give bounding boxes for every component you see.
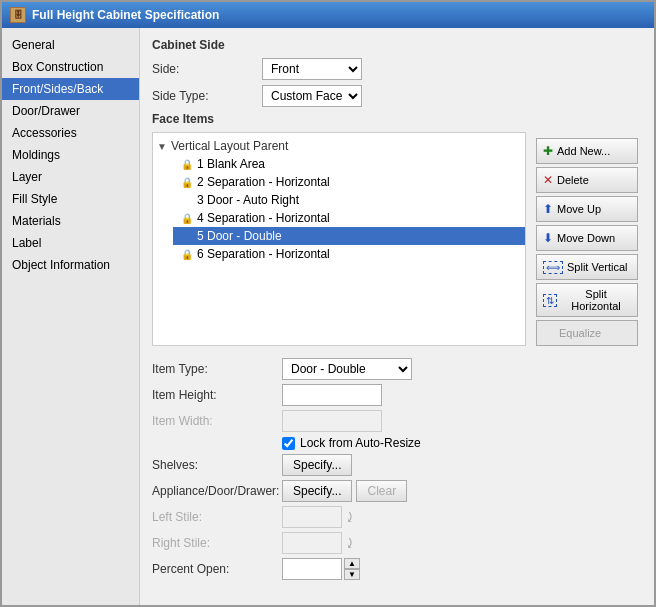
tree-item-3[interactable]: 🔒 3 Door - Auto Right xyxy=(173,191,525,209)
lock-auto-resize-label: Lock from Auto-Resize xyxy=(300,436,421,450)
appliance-row: Appliance/Door/Drawer: Specify... Clear xyxy=(152,480,642,502)
move-up-icon: ⬆ xyxy=(543,202,553,216)
side-row: Side: Front Back Left Right xyxy=(152,58,642,80)
split-vertical-label: Split Vertical xyxy=(567,261,628,273)
shelves-row: Shelves: Specify... xyxy=(152,454,642,476)
item-type-row: Item Type: Door - Double Door - Single D… xyxy=(152,358,642,380)
sidebar-item-fill-style[interactable]: Fill Style xyxy=(2,188,139,210)
sidebar-item-accessories[interactable]: Accessories xyxy=(2,122,139,144)
add-new-button[interactable]: ✚ Add New... xyxy=(536,138,638,164)
side-type-field-label: Side Type: xyxy=(152,89,262,103)
side-type-row: Side Type: Custom Face Standard None xyxy=(152,85,642,107)
sidebar-item-door-drawer[interactable]: Door/Drawer xyxy=(2,100,139,122)
tree-item-1-label: 1 Blank Area xyxy=(197,157,265,171)
move-down-button[interactable]: ⬇ Move Down xyxy=(536,225,638,251)
percent-open-row: Percent Open: 100% ▲ ▼ xyxy=(152,558,642,580)
left-stile-row: Left Stile: 3/4" ⤸ xyxy=(152,506,642,528)
window-icon: 🗄 xyxy=(10,7,26,23)
lock-icon-5: 🔒 xyxy=(181,231,193,242)
item-width-row: Item Width: 41" xyxy=(152,410,642,432)
expand-icon: ▼ xyxy=(157,141,167,152)
side-select[interactable]: Front Back Left Right xyxy=(262,58,362,80)
split-horizontal-icon: ⇅ xyxy=(543,294,557,307)
move-up-label: Move Up xyxy=(557,203,601,215)
right-stile-icon: ⤸ xyxy=(344,535,356,551)
move-up-button[interactable]: ⬆ Move Up xyxy=(536,196,638,222)
item-height-field-label: Item Height: xyxy=(152,388,282,402)
right-stile-field-label: Right Stile: xyxy=(152,536,282,550)
right-stile-row: Right Stile: 3/4" ⤸ xyxy=(152,532,642,554)
right-stile-input: 3/4" xyxy=(282,532,342,554)
tree-list: ▼ Vertical Layout Parent 🔒 1 Blank Area … xyxy=(153,133,525,267)
shelves-field-label: Shelves: xyxy=(152,458,282,472)
item-height-row: Item Height: 53 3/4" xyxy=(152,384,642,406)
lock-icon-4: 🔒 xyxy=(181,213,193,224)
tree-item-6[interactable]: 🔒 6 Separation - Horizontal xyxy=(173,245,525,263)
spin-up-button[interactable]: ▲ xyxy=(344,558,360,569)
side-type-select[interactable]: Custom Face Standard None xyxy=(262,85,362,107)
split-vertical-icon: ⟺ xyxy=(543,261,563,274)
shelves-specify-button[interactable]: Specify... xyxy=(282,454,352,476)
delete-icon: ✕ xyxy=(543,173,553,187)
spinner-controls: ▲ ▼ xyxy=(344,558,360,580)
tree-item-2[interactable]: 🔒 2 Separation - Horizontal xyxy=(173,173,525,191)
item-height-input[interactable]: 53 3/4" xyxy=(282,384,382,406)
percent-open-input[interactable]: 100% xyxy=(282,558,342,580)
item-details: Item Type: Door - Double Door - Single D… xyxy=(152,358,642,580)
sidebar-item-materials[interactable]: Materials xyxy=(2,210,139,232)
sidebar-item-front-sides-back[interactable]: Front/Sides/Back xyxy=(2,78,139,100)
tree-item-5[interactable]: 🔒 5 Door - Double xyxy=(173,227,525,245)
tree-item-4-label: 4 Separation - Horizontal xyxy=(197,211,330,225)
add-icon: ✚ xyxy=(543,144,553,158)
move-down-icon: ⬇ xyxy=(543,231,553,245)
tree-item-1[interactable]: 🔒 1 Blank Area xyxy=(173,155,525,173)
lock-icon-2: 🔒 xyxy=(181,177,193,188)
appliance-field-label: Appliance/Door/Drawer: xyxy=(152,484,282,498)
spin-down-button[interactable]: ▼ xyxy=(344,569,360,580)
equalize-button[interactable]: Equalize xyxy=(536,320,638,346)
sidebar-item-general[interactable]: General xyxy=(2,34,139,56)
add-new-label: Add New... xyxy=(557,145,610,157)
sidebar-item-layer[interactable]: Layer xyxy=(2,166,139,188)
sidebar-item-moldings[interactable]: Moldings xyxy=(2,144,139,166)
item-width-input: 41" xyxy=(282,410,382,432)
lock-icon-6: 🔒 xyxy=(181,249,193,260)
tree-item-4[interactable]: 🔒 4 Separation - Horizontal xyxy=(173,209,525,227)
appliance-clear-button[interactable]: Clear xyxy=(356,480,407,502)
move-down-label: Move Down xyxy=(557,232,615,244)
sidebar-item-label[interactable]: Label xyxy=(2,232,139,254)
split-vertical-button[interactable]: ⟺ Split Vertical xyxy=(536,254,638,280)
sidebar-item-object-information[interactable]: Object Information xyxy=(2,254,139,276)
sidebar-item-box-construction[interactable]: Box Construction xyxy=(2,56,139,78)
face-items-container: ▼ Vertical Layout Parent 🔒 1 Blank Area … xyxy=(152,132,642,352)
equalize-label: Equalize xyxy=(543,327,601,339)
main-window: 🗄 Full Height Cabinet Specification Gene… xyxy=(0,0,656,607)
delete-button[interactable]: ✕ Delete xyxy=(536,167,638,193)
item-width-field-label: Item Width: xyxy=(152,414,282,428)
split-horizontal-button[interactable]: ⇅ Split Horizontal xyxy=(536,283,638,317)
face-items-tree-box: ▼ Vertical Layout Parent 🔒 1 Blank Area … xyxy=(152,132,526,346)
window-title: Full Height Cabinet Specification xyxy=(32,8,219,22)
percent-open-field-label: Percent Open: xyxy=(152,562,282,576)
split-horizontal-label: Split Horizontal xyxy=(561,288,631,312)
tree-item-2-label: 2 Separation - Horizontal xyxy=(197,175,330,189)
main-content: GeneralBox ConstructionFront/Sides/BackD… xyxy=(2,28,654,605)
titlebar: 🗄 Full Height Cabinet Specification xyxy=(2,2,654,28)
cabinet-side-label: Cabinet Side xyxy=(152,38,642,52)
tree-root-item[interactable]: ▼ Vertical Layout Parent xyxy=(153,137,525,155)
percent-open-spinner: 100% ▲ ▼ xyxy=(282,558,360,580)
lock-auto-resize-checkbox[interactable] xyxy=(282,437,295,450)
left-stile-icon: ⤸ xyxy=(344,509,356,525)
tree-root-label: Vertical Layout Parent xyxy=(171,139,288,153)
left-stile-field-label: Left Stile: xyxy=(152,510,282,524)
content-area: Cabinet Side Side: Front Back Left Right… xyxy=(140,28,654,605)
left-stile-input: 3/4" xyxy=(282,506,342,528)
tree-item-5-label: 5 Door - Double xyxy=(197,229,282,243)
tree-item-6-label: 6 Separation - Horizontal xyxy=(197,247,330,261)
lock-icon-1: 🔒 xyxy=(181,159,193,170)
sidebar: GeneralBox ConstructionFront/Sides/BackD… xyxy=(2,28,140,605)
lock-auto-resize-row: Lock from Auto-Resize xyxy=(152,436,642,450)
item-type-select[interactable]: Door - Double Door - Single Drawer Blank… xyxy=(282,358,412,380)
tree-children: 🔒 1 Blank Area 🔒 2 Separation - Horizont… xyxy=(153,155,525,263)
appliance-specify-button[interactable]: Specify... xyxy=(282,480,352,502)
